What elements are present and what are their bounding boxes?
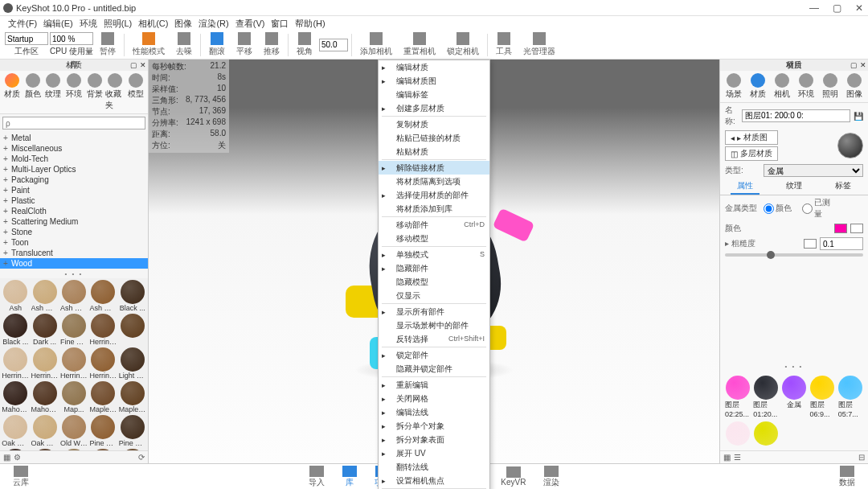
matgraph-button[interactable]: ◂ ▸ 材质图 bbox=[725, 130, 778, 145]
menu-item[interactable]: ▸隐藏部件 bbox=[379, 261, 489, 275]
menu-item[interactable]: ▸解除链接材质 bbox=[379, 161, 489, 175]
menu-item[interactable]: ▸创建多层材质 bbox=[379, 101, 489, 115]
type-select[interactable]: 金属 bbox=[764, 164, 863, 177]
material-thumb[interactable] bbox=[119, 314, 146, 346]
close-panel-icon[interactable]: ✕ bbox=[860, 61, 866, 69]
material-thumb[interactable]: Map... bbox=[60, 381, 88, 413]
menu-item[interactable]: ▸单独模式S bbox=[379, 248, 489, 261]
menu-item[interactable]: ▸展开 UV bbox=[379, 446, 489, 460]
subtab-attr[interactable]: 属性 bbox=[731, 179, 760, 195]
tool-button[interactable]: 工具 bbox=[491, 32, 517, 58]
menu-item[interactable]: ▸关闭网格 bbox=[379, 392, 489, 405]
workspace-select[interactable] bbox=[5, 32, 48, 45]
tab-colors[interactable]: 颜色 bbox=[23, 73, 43, 111]
menu-item[interactable]: 移动模型 bbox=[379, 232, 489, 245]
pan-button[interactable]: 平移 bbox=[231, 32, 257, 58]
denoise-button[interactable]: 去噪 bbox=[171, 32, 197, 58]
tree-node[interactable]: Scattering Medium bbox=[0, 216, 148, 227]
menu-item[interactable]: 反转选择Ctrl+Shift+I bbox=[379, 332, 489, 346]
render-button[interactable]: 渲染 bbox=[537, 466, 566, 488]
history-material[interactable]: 图层 06:9... bbox=[810, 376, 835, 418]
perf-button[interactable]: 性能模式 bbox=[128, 32, 170, 58]
material-thumb[interactable]: Light Oak bbox=[119, 347, 146, 380]
measured-radio[interactable]: 已测量 bbox=[802, 197, 837, 220]
tab-model[interactable]: 模型 bbox=[125, 73, 146, 111]
material-thumb[interactable]: Black ... bbox=[119, 280, 146, 312]
menu-item[interactable]: 移动部件Ctrl+D bbox=[379, 218, 489, 232]
pause-button[interactable]: 暂停 bbox=[95, 32, 121, 58]
menu-item[interactable]: ▸选择使用材质的部件 bbox=[379, 188, 489, 202]
menu-item[interactable]: ▸编辑材质图 bbox=[379, 74, 489, 88]
material-thumb[interactable]: Oak Wo... bbox=[31, 415, 58, 447]
lockcam-button[interactable]: 锁定相机 bbox=[442, 32, 484, 58]
splitter-dots[interactable]: • • • bbox=[0, 269, 148, 278]
material-thumb[interactable]: Herringb... bbox=[89, 347, 117, 380]
menu-item[interactable]: 隐藏并锁定部件 bbox=[379, 362, 489, 376]
maximize-button[interactable]: ▢ bbox=[831, 2, 842, 14]
minimize-button[interactable]: — bbox=[809, 2, 820, 14]
menu-item[interactable]: ▸显示所有部件 bbox=[379, 305, 489, 318]
material-thumb[interactable]: Pine Wo... bbox=[89, 415, 117, 447]
material-thumb[interactable]: Ash bbox=[2, 280, 29, 312]
color-swatch[interactable] bbox=[834, 224, 847, 233]
search-input[interactable] bbox=[2, 117, 145, 129]
tab-lighting[interactable]: 照明 bbox=[819, 73, 841, 100]
tumble-button[interactable]: 翻滚 bbox=[204, 32, 230, 58]
grid-icon[interactable]: ▦ bbox=[3, 453, 10, 462]
material-thumb[interactable]: Ash Wo... bbox=[60, 280, 88, 312]
tab-image[interactable]: 图像 bbox=[843, 73, 866, 100]
refresh-icon[interactable]: ⟳ bbox=[138, 453, 145, 462]
filter-icon[interactable]: ⚙ bbox=[14, 453, 21, 462]
rough-tex[interactable] bbox=[804, 239, 817, 249]
menu-item[interactable]: 粘贴材质 bbox=[379, 145, 489, 158]
menu-render[interactable]: 渲染(R) bbox=[195, 18, 231, 30]
menu-item[interactable]: ▸重新编辑 bbox=[379, 378, 489, 392]
material-thumb[interactable]: Oak Wo... bbox=[2, 415, 29, 447]
history-material[interactable] bbox=[753, 421, 778, 446]
menu-item[interactable]: ▸拆分对象表面 bbox=[379, 433, 489, 446]
focal-input[interactable] bbox=[319, 39, 348, 51]
menu-help[interactable]: 帮助(H) bbox=[292, 18, 328, 30]
menu-item[interactable]: 仅显示 bbox=[379, 289, 489, 302]
tab-materials[interactable]: 材质 bbox=[2, 73, 23, 111]
del-icon[interactable]: ⊟ bbox=[858, 453, 865, 462]
menu-item[interactable]: 编辑标签 bbox=[379, 88, 489, 101]
material-thumb[interactable]: Dark ... bbox=[31, 314, 58, 346]
menu-file[interactable]: 文件(F) bbox=[5, 18, 40, 30]
splitter-dots[interactable]: • • • bbox=[720, 362, 868, 371]
menu-item[interactable]: 粘贴已链接的材质 bbox=[379, 131, 489, 145]
zoom-select[interactable] bbox=[50, 32, 93, 45]
menu-item[interactable]: ▸拆分单个对象 bbox=[379, 419, 489, 433]
history-material[interactable]: 图层02:25... bbox=[725, 376, 750, 418]
resetcam-button[interactable]: 重置相机 bbox=[399, 32, 440, 58]
persp-button[interactable]: 视角 bbox=[292, 32, 317, 58]
tex-swatch[interactable] bbox=[850, 224, 863, 233]
list-icon[interactable]: ☰ bbox=[734, 453, 741, 462]
menu-item[interactable]: 隐藏模型 bbox=[379, 275, 489, 289]
tree-node[interactable]: RealCloth bbox=[0, 206, 148, 216]
cloud-button[interactable]: 云库 bbox=[6, 466, 35, 488]
menu-view[interactable]: 查看(V) bbox=[232, 18, 268, 30]
tree-node[interactable]: Toon bbox=[0, 237, 148, 248]
tree-node[interactable]: Plastic bbox=[0, 195, 148, 206]
close-button[interactable]: ✕ bbox=[854, 2, 865, 14]
menu-item[interactable]: ▸锁定部件 bbox=[379, 348, 489, 362]
tab-scene[interactable]: 场景 bbox=[723, 73, 745, 100]
menu-item[interactable]: 复制材质 bbox=[379, 117, 489, 131]
material-thumb[interactable]: Old Wo... bbox=[60, 415, 88, 447]
subtab-tex[interactable]: 纹理 bbox=[780, 179, 809, 195]
tree-node[interactable]: Stone bbox=[0, 227, 148, 237]
tree-node[interactable]: Translucent bbox=[0, 248, 148, 258]
menu-item[interactable]: ▸设置相机焦点 bbox=[379, 474, 489, 487]
tree-node[interactable]: Multi-Layer Optics bbox=[0, 164, 148, 175]
material-thumb[interactable]: Black ... bbox=[2, 314, 29, 346]
tree-node[interactable]: Packaging bbox=[0, 175, 148, 185]
tree-node[interactable]: Paint bbox=[0, 185, 148, 195]
material-thumb[interactable]: Herringb... bbox=[89, 314, 117, 346]
material-thumb[interactable]: Ash Wo... bbox=[31, 280, 58, 312]
ksvr-button[interactable]: KeyVR bbox=[494, 466, 532, 487]
rough-input[interactable] bbox=[820, 237, 863, 250]
grid-icon[interactable]: ▦ bbox=[723, 453, 731, 462]
history-material[interactable]: 图层 05:7... bbox=[838, 376, 863, 418]
tab-envp[interactable]: 环境 bbox=[795, 73, 817, 100]
